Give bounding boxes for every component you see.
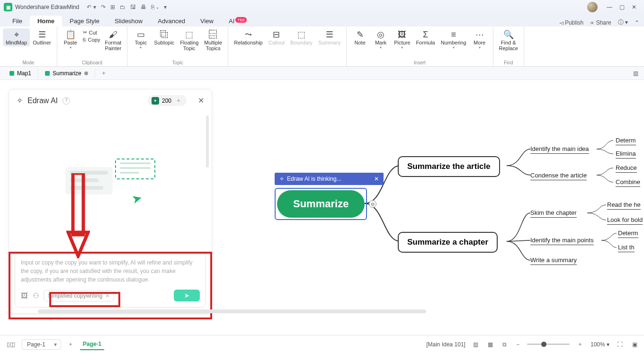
numbering-button[interactable]: ≡Numbering▾	[438, 28, 469, 51]
zoom-slider[interactable]	[527, 344, 570, 345]
callout-button[interactable]: ⊟Callout	[266, 28, 287, 46]
maximize-button[interactable]: ▢	[616, 4, 628, 10]
ai-panel-title: Edraw AI	[27, 97, 58, 105]
app-logo: ▣	[4, 3, 12, 11]
export-button[interactable]: ⎘ ▾	[151, 4, 159, 10]
multiple-topics-button[interactable]: ⿳Multiple Topics	[201, 28, 225, 52]
node-leaf-4[interactable]: Combine	[616, 178, 640, 187]
outline-toggle-button[interactable]: ▯◫	[5, 340, 17, 349]
titlebar: ▣ Wondershare EdrawMind ↶ ▾ ↷ ⊞ 🗀 🖫 🖶 ⎘ …	[0, 0, 644, 14]
new-button[interactable]: ⊞	[110, 4, 115, 10]
node-summarize-article[interactable]: Summarize the article	[398, 156, 500, 177]
mindmap-mode-button[interactable]: ⌖MindMap	[3, 28, 30, 46]
more-insert-button[interactable]: ⋯More▾	[469, 28, 490, 51]
ai-thinking-banner: ✧ Edraw AI is thinking... ✕	[275, 173, 384, 185]
subtopic-button[interactable]: ⿻Subtopic	[151, 28, 177, 46]
outliner-mode-button[interactable]: ☰Outliner	[30, 28, 54, 46]
node-leaf-5[interactable]: Read the he	[607, 201, 641, 210]
statusbar: ▯◫ Page-1 ＋ Page-1 [Main Idea 101] ▥ ▦ ⧉…	[0, 335, 644, 353]
tab-file[interactable]: File	[5, 16, 30, 26]
page-selector[interactable]: Page-1	[22, 339, 61, 350]
relationship-button[interactable]: ⤳Relationship	[231, 28, 266, 46]
find-replace-button[interactable]: 🔍Find & Replace	[496, 28, 521, 52]
view-3-button[interactable]: ⧉	[501, 340, 509, 349]
format-painter-button[interactable]: 🖌Format Painter	[102, 28, 124, 52]
more-qa-button[interactable]: ▾	[164, 4, 167, 10]
hot-badge: Hot	[235, 17, 247, 23]
summary-button[interactable]: ☰Summary	[315, 28, 343, 46]
node-root[interactable]: Summarize ⊖	[275, 188, 367, 220]
node-leaf-3[interactable]: Reduce	[616, 164, 637, 173]
view-1-button[interactable]: ▥	[471, 340, 480, 349]
zoom-out-button[interactable]: −	[514, 340, 521, 349]
node-leaf-7[interactable]: Determ	[618, 229, 638, 238]
document-tabs: Map1 Summarize ＋ ▥	[0, 67, 644, 80]
save-button[interactable]: 🖫	[130, 4, 136, 10]
add-tab-button[interactable]: ＋	[95, 69, 112, 77]
node-summarize-chapter[interactable]: Summarize a chapter	[398, 232, 498, 253]
ai-help-button[interactable]: ?	[63, 97, 70, 105]
publish-button[interactable]: ◅ Publish	[559, 19, 584, 26]
tab-ai[interactable]: AIHot	[221, 16, 254, 26]
tab-view[interactable]: View	[193, 16, 221, 26]
user-avatar[interactable]	[587, 2, 598, 12]
menubar: File Home Page Style Slideshow Advanced …	[0, 14, 644, 26]
close-button[interactable]: ✕	[628, 4, 640, 10]
collapse-button[interactable]: ⊖	[369, 200, 376, 208]
node-skim-chapter[interactable]: Skim the chapter	[530, 209, 577, 218]
cut-button[interactable]: ✂Cut	[83, 29, 100, 35]
tab-advanced[interactable]: Advanced	[150, 16, 193, 26]
doctab-summarize[interactable]: Summarize	[38, 68, 95, 79]
collapse-ribbon-button[interactable]: ⌃	[635, 19, 639, 26]
topic-button[interactable]: ▭Topic▾	[130, 28, 151, 51]
doctab-map1[interactable]: Map1	[3, 68, 38, 79]
minimize-button[interactable]: —	[603, 4, 616, 10]
main-idea-status: [Main Idea 101]	[426, 341, 465, 348]
app-name: Wondershare EdrawMind	[15, 4, 79, 10]
share-button[interactable]: ∝ Share	[590, 19, 611, 26]
node-condense-article[interactable]: Condense the article	[530, 172, 587, 180]
print-button[interactable]: 🖶	[141, 4, 146, 10]
thinking-close-button[interactable]: ✕	[374, 176, 379, 182]
picture-button[interactable]: 🖼Picture▾	[391, 28, 413, 51]
formula-button[interactable]: ΣFormula	[413, 28, 438, 46]
redo-button[interactable]: ↷	[101, 4, 106, 10]
node-leaf-2[interactable]: Elimina	[616, 150, 636, 159]
floating-topic-button[interactable]: ⬚Floating Topic	[177, 28, 201, 52]
tab-slideshow[interactable]: Slideshow	[107, 16, 150, 26]
node-leaf-1[interactable]: Determ	[616, 137, 636, 145]
mark-button[interactable]: ◎Mark▾	[370, 28, 391, 51]
current-page-label[interactable]: Page-1	[80, 339, 104, 350]
ai-close-button[interactable]: ✕	[198, 96, 204, 105]
undo-button[interactable]: ↶ ▾	[87, 4, 96, 10]
zoom-in-button[interactable]: ＋	[575, 339, 585, 349]
node-identify-main-points[interactable]: Identify the main points	[530, 237, 594, 245]
help-button[interactable]: ⓘ ▾	[618, 18, 628, 26]
open-button[interactable]: 🗀	[120, 4, 125, 10]
fit-button[interactable]: ▣	[630, 340, 639, 349]
token-count: 200	[162, 97, 171, 104]
copy-button[interactable]: ⎘Copy	[83, 37, 100, 43]
node-leaf-6[interactable]: Look for bold	[607, 216, 643, 225]
fullscreen-button[interactable]: ⛶	[615, 340, 625, 349]
zoom-value[interactable]: 100% ▾	[590, 341, 609, 348]
horizontal-scrollbar[interactable]	[33, 309, 638, 314]
paste-button[interactable]: 📋Paste▾	[60, 28, 81, 51]
add-page-button[interactable]: ＋	[66, 339, 75, 349]
ai-icon: ✧	[17, 96, 23, 105]
panel-toggle-button[interactable]: ▥	[627, 70, 644, 77]
node-write-summary[interactable]: Write a summary	[530, 256, 577, 265]
tab-home[interactable]: Home	[30, 16, 62, 26]
token-icon: ✦	[152, 97, 159, 105]
tab-page-style[interactable]: Page Style	[62, 16, 107, 26]
view-2-button[interactable]: ▦	[486, 340, 495, 349]
boundary-button[interactable]: ⬚Boundary	[287, 28, 315, 46]
canvas[interactable]: ✧ Edraw AI ? ✦ 200 ＋ ✕ ➤ Input or copy t…	[0, 80, 644, 335]
node-identify-main-idea[interactable]: Identify the main idea	[530, 145, 589, 154]
node-leaf-8[interactable]: List th	[618, 244, 635, 252]
unsaved-indicator	[84, 71, 88, 75]
add-tokens-button[interactable]: ＋	[174, 97, 183, 105]
ai-scrollbar[interactable]	[206, 115, 209, 168]
note-button[interactable]: ✎Note	[349, 28, 370, 46]
ai-sparkle-icon: ✧	[279, 176, 284, 182]
